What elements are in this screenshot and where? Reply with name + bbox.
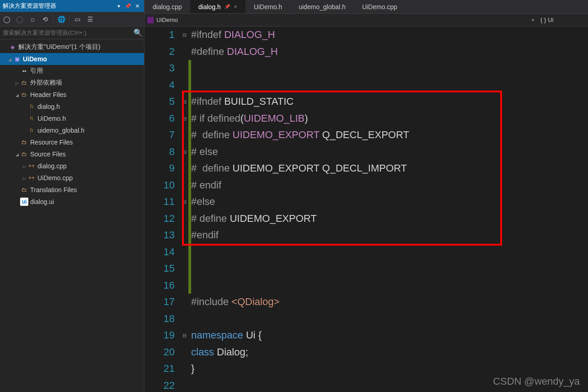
folder-icon: 🗀 xyxy=(20,150,28,158)
code-line[interactable]: } xyxy=(191,360,588,377)
sync-icon[interactable]: ⟲ xyxy=(40,14,50,24)
fold-marker[interactable] xyxy=(180,244,188,261)
fold-marker[interactable] xyxy=(180,377,188,392)
code-line[interactable]: #ifndef BUILD_STATIC xyxy=(191,93,588,110)
chevron-right-icon[interactable] xyxy=(14,81,20,86)
pin-icon[interactable]: 📌 xyxy=(225,4,230,9)
chevron-right-icon[interactable] xyxy=(21,176,27,181)
nav-forward-icon[interactable]: ◯ xyxy=(15,14,25,24)
line-number: 22 xyxy=(144,377,175,392)
code-line[interactable] xyxy=(191,244,588,261)
code-line[interactable]: # endif xyxy=(191,177,588,194)
code-line[interactable]: # define UIDEMO_EXPORT xyxy=(191,210,588,227)
code-line[interactable]: # define UIDEMO_EXPORT Q_DECL_EXPORT xyxy=(191,127,588,144)
solution-tree[interactable]: ◈ 解决方案"UiDemo"(1 个项目) ▣ UiDemo ▪▪ 引用 🗀 外… xyxy=(0,39,144,392)
code-line[interactable]: #ifndef DIALOG_H xyxy=(191,27,588,43)
fold-marker[interactable] xyxy=(180,344,188,361)
code-line[interactable] xyxy=(191,60,588,77)
fold-marker[interactable] xyxy=(180,294,188,311)
editor-tab[interactable]: UiDemo.h xyxy=(246,0,290,13)
code-line[interactable] xyxy=(191,277,588,294)
editor-tab[interactable]: dialog.cpp xyxy=(144,0,190,13)
fold-marker[interactable] xyxy=(180,260,188,277)
show-all-icon[interactable]: ▭ xyxy=(72,14,82,24)
folder-icon: 🗀 xyxy=(20,138,28,146)
navbar-scope-left[interactable]: UiDemo ▼ xyxy=(144,16,538,23)
fold-marker[interactable] xyxy=(180,144,188,161)
code-line[interactable] xyxy=(191,311,588,328)
fold-marker[interactable] xyxy=(180,60,188,77)
code-line[interactable]: #include <QDialog> xyxy=(191,294,588,311)
code-line[interactable]: # define UIDEMO_EXPORT Q_DECL_IMPORT xyxy=(191,160,588,177)
editor-tab[interactable]: uidemo_global.h xyxy=(290,0,354,13)
panel-dropdown-icon[interactable]: ▾ xyxy=(115,2,123,10)
panel-close-icon[interactable]: ✕ xyxy=(133,2,141,10)
source-files-node[interactable]: 🗀 Source Files xyxy=(0,148,144,160)
fold-marker[interactable] xyxy=(180,43,188,60)
ui-file-icon: ui xyxy=(20,198,28,206)
chevron-down-icon[interactable] xyxy=(14,152,20,157)
line-number: 21 xyxy=(144,360,175,377)
code-line[interactable]: #endif xyxy=(191,227,588,244)
search-icon[interactable]: 🔍 xyxy=(132,27,144,39)
file-node[interactable]: ++ UiDemo.cpp xyxy=(0,172,144,184)
fold-marker[interactable] xyxy=(180,327,188,344)
external-deps-node[interactable]: 🗀 外部依赖项 xyxy=(0,77,144,89)
file-node[interactable]: h dialog.h xyxy=(0,101,144,113)
fold-marker[interactable] xyxy=(180,160,188,177)
solution-node[interactable]: ◈ 解决方案"UiDemo"(1 个项目) xyxy=(0,41,144,53)
fold-marker[interactable] xyxy=(180,93,188,110)
file-label: dialog.cpp xyxy=(37,162,67,170)
close-icon[interactable]: ✕ xyxy=(234,4,237,9)
editor-tab[interactable]: dialog.h📌✕ xyxy=(190,0,246,13)
project-node[interactable]: ▣ UiDemo xyxy=(0,53,144,65)
fold-marker[interactable] xyxy=(180,77,188,94)
code-editor[interactable]: 12345678910111213141516171819202122 #ifn… xyxy=(144,27,588,392)
chevron-down-icon[interactable] xyxy=(14,92,20,97)
line-number: 1 xyxy=(144,27,175,43)
code-line[interactable]: #else xyxy=(191,193,588,210)
fold-marker[interactable] xyxy=(180,27,188,43)
search-input[interactable] xyxy=(0,29,132,36)
translation-files-node[interactable]: 🗀 Translation Files xyxy=(0,184,144,196)
code-line[interactable]: # else xyxy=(191,144,588,161)
navbar-project: UiDemo xyxy=(156,16,178,23)
fold-marker[interactable] xyxy=(180,193,188,210)
home-icon[interactable]: ⌂ xyxy=(27,14,37,24)
navbar-scope-right[interactable]: { } Ui xyxy=(538,16,588,23)
fold-marker[interactable] xyxy=(180,110,188,127)
chevron-down-icon[interactable] xyxy=(6,57,13,62)
properties-icon[interactable]: ☰ xyxy=(85,14,95,24)
fold-marker[interactable] xyxy=(180,227,188,244)
code-lines[interactable]: #ifndef DIALOG_H#define DIALOG_H#ifndef … xyxy=(191,27,588,392)
code-line[interactable]: namespace Ui { xyxy=(191,327,588,344)
fold-marker[interactable] xyxy=(180,311,188,328)
code-line[interactable] xyxy=(191,377,588,392)
line-number: 18 xyxy=(144,311,175,328)
file-node[interactable]: ++ dialog.cpp xyxy=(0,160,144,172)
file-node[interactable]: ui dialog.ui xyxy=(0,196,144,208)
fold-marker[interactable] xyxy=(180,360,188,377)
code-line[interactable] xyxy=(191,260,588,277)
resource-files-node[interactable]: 🗀 Resource Files xyxy=(0,136,144,148)
fold-marker[interactable] xyxy=(180,210,188,227)
code-line[interactable]: # if defined(UIDEMO_LIB) xyxy=(191,110,588,127)
code-line[interactable]: #define DIALOG_H xyxy=(191,43,588,60)
references-node[interactable]: ▪▪ 引用 xyxy=(0,65,144,77)
code-line[interactable] xyxy=(191,77,588,94)
globe-icon[interactable]: 🌐 xyxy=(56,14,66,24)
editor-tab[interactable]: UiDemo.cpp xyxy=(354,0,406,13)
chevron-right-icon[interactable] xyxy=(21,164,27,169)
header-files-node[interactable]: 🗀 Header Files xyxy=(0,89,144,101)
fold-marker[interactable] xyxy=(180,277,188,294)
code-line[interactable]: class Dialog; xyxy=(191,344,588,361)
fold-gutter[interactable] xyxy=(180,27,188,392)
nav-back-icon[interactable]: ◯ xyxy=(2,14,12,24)
fold-marker[interactable] xyxy=(180,177,188,194)
file-node[interactable]: h uidemo_global.h xyxy=(0,124,144,136)
editor-area: dialog.cppdialog.h📌✕UiDemo.huidemo_globa… xyxy=(144,0,588,392)
panel-pin-icon[interactable]: 📌 xyxy=(124,2,132,10)
chevron-down-icon[interactable]: ▼ xyxy=(531,18,535,22)
fold-marker[interactable] xyxy=(180,127,188,144)
file-node[interactable]: h UiDemo.h xyxy=(0,113,144,124)
